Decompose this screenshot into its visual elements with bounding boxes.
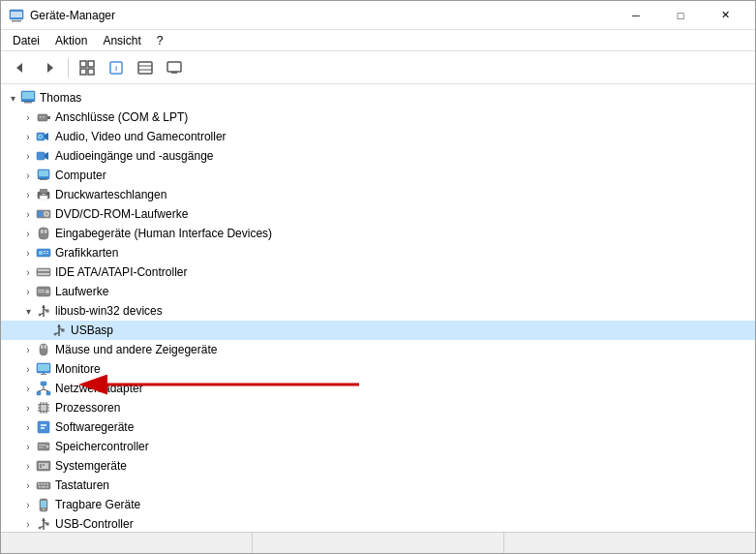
software-icon xyxy=(36,419,51,435)
list-item[interactable]: › Computer xyxy=(1,166,755,185)
list-item[interactable]: › Tastaturen xyxy=(1,476,755,495)
svg-rect-19 xyxy=(24,102,32,104)
list-item[interactable]: › DVD/CD-ROM-Laufwerke xyxy=(1,204,755,224)
svg-rect-6 xyxy=(88,61,94,67)
item-label: Tragbare Geräte xyxy=(55,498,140,511)
svg-rect-1 xyxy=(12,20,21,22)
svg-rect-116 xyxy=(46,486,48,488)
svg-marker-4 xyxy=(47,63,53,73)
list-item[interactable]: › Netzwerkadapter xyxy=(1,379,755,398)
expand-icon[interactable]: › xyxy=(20,245,36,261)
svg-rect-77 xyxy=(43,373,45,374)
expand-icon[interactable]: › xyxy=(20,284,36,299)
svg-marker-3 xyxy=(16,63,22,73)
list-item[interactable]: › Audioeingänge und -ausgänge xyxy=(1,146,755,166)
back-button[interactable] xyxy=(7,55,34,80)
root-expand-icon[interactable]: ▾ xyxy=(5,90,20,106)
svg-marker-26 xyxy=(45,133,48,140)
svg-rect-24 xyxy=(43,116,45,118)
tree-panel[interactable]: ▾ Thomas › xyxy=(1,84,755,532)
list-item[interactable]: › Softwaregeräte xyxy=(1,417,755,437)
system-icon xyxy=(36,458,51,474)
usbasp-item[interactable]: USBasp xyxy=(1,321,755,340)
list-item[interactable]: › Systemgeräte xyxy=(1,456,755,476)
expand-icon[interactable]: › xyxy=(20,419,36,435)
item-label: Netzwerkadapter xyxy=(55,382,143,395)
expand-icon[interactable]: › xyxy=(20,497,36,512)
ide-icon xyxy=(36,264,51,280)
expand-icon[interactable]: › xyxy=(20,458,36,474)
svg-rect-72 xyxy=(41,345,44,349)
tree-root[interactable]: ▾ Thomas xyxy=(1,88,755,108)
svg-rect-34 xyxy=(38,178,49,179)
svg-rect-73 xyxy=(45,345,47,349)
computer-icon xyxy=(20,90,36,106)
status-section-1 xyxy=(1,533,253,553)
expand-icon[interactable]: › xyxy=(20,206,36,222)
list-item[interactable]: › Laufwerke xyxy=(1,282,755,301)
svg-rect-50 xyxy=(44,253,45,254)
expand-icon[interactable]: › xyxy=(20,516,36,532)
forward-button[interactable] xyxy=(36,55,63,80)
expand-icon[interactable]: › xyxy=(20,361,36,377)
svg-point-42 xyxy=(45,213,47,215)
list-item[interactable]: › Monitore xyxy=(1,359,755,379)
menu-aktion[interactable]: Aktion xyxy=(47,32,95,49)
item-label: IDE ATA/ATAPI-Controller xyxy=(55,265,187,279)
svg-rect-49 xyxy=(44,251,45,252)
expand-icon[interactable]: ▾ xyxy=(20,303,36,319)
expand-icon[interactable]: › xyxy=(20,381,36,396)
expand-icon[interactable]: › xyxy=(20,109,36,125)
list-item[interactable]: › IDE ATA/ATAPI-Controller xyxy=(1,262,755,282)
item-label: Softwaregeräte xyxy=(55,420,134,434)
list-item[interactable]: › Tragbare Geräte xyxy=(1,495,755,514)
expand-icon[interactable]: › xyxy=(20,148,36,164)
svg-rect-79 xyxy=(37,391,41,395)
toolbar: i xyxy=(1,51,755,84)
monitor-tree-icon xyxy=(36,361,51,377)
menu-ansicht[interactable]: Ansicht xyxy=(95,32,148,49)
list-item[interactable]: › USB-Controller xyxy=(1,514,755,532)
properties-button[interactable]: i xyxy=(103,55,130,80)
maximize-button[interactable]: □ xyxy=(658,1,703,30)
list-item[interactable]: › Mäuse und andere Zeigegeräte xyxy=(1,340,755,359)
svg-rect-76 xyxy=(41,374,46,375)
list-item[interactable]: › Speichercontroller xyxy=(1,437,755,456)
svg-rect-23 xyxy=(40,116,42,118)
svg-rect-32 xyxy=(39,170,48,176)
svg-rect-48 xyxy=(39,251,43,255)
expand-icon[interactable]: › xyxy=(20,129,36,144)
svg-rect-113 xyxy=(46,483,48,485)
close-button[interactable]: ✕ xyxy=(703,1,747,30)
list-item[interactable]: › xyxy=(1,398,755,417)
list-item[interactable]: ▾ libusb-win32 devices xyxy=(1,301,755,321)
expand-icon[interactable]: › xyxy=(20,264,36,280)
minimize-button[interactable]: ─ xyxy=(614,1,658,30)
menu-datei[interactable]: Datei xyxy=(5,32,47,49)
svg-rect-59 xyxy=(38,292,45,292)
list-item[interactable]: › Druckwarteschlangen xyxy=(1,185,755,204)
view-grid-button[interactable] xyxy=(74,55,101,80)
expand-icon[interactable]: › xyxy=(20,439,36,454)
main-content: ▾ Thomas › xyxy=(1,84,755,532)
computer-icon xyxy=(36,168,51,183)
list-item[interactable]: › Grafikkarten xyxy=(1,243,755,262)
list-item[interactable]: › Anschlüsse (COM & LPT) xyxy=(1,108,755,127)
network-icon xyxy=(36,381,51,396)
expand-icon[interactable]: › xyxy=(20,168,36,183)
svg-rect-54 xyxy=(38,269,49,271)
expand-icon[interactable]: › xyxy=(20,400,36,416)
expand-icon[interactable]: › xyxy=(20,342,36,357)
expand-icon[interactable]: › xyxy=(20,187,36,202)
view-list-button[interactable] xyxy=(132,55,159,80)
expand-icon[interactable]: › xyxy=(20,226,36,241)
dvd-icon xyxy=(36,206,51,222)
item-label: Monitore xyxy=(55,362,101,376)
audio2-icon xyxy=(36,148,51,164)
item-label: Systemgeräte xyxy=(55,459,127,473)
list-item[interactable]: › Audio, Video und Gamecontroller xyxy=(1,127,755,146)
list-item[interactable]: › Eingabegeräte (Human Interface Devices… xyxy=(1,224,755,243)
menu-help[interactable]: ? xyxy=(149,32,171,49)
monitor-button[interactable] xyxy=(161,55,188,80)
expand-icon[interactable]: › xyxy=(20,477,36,493)
